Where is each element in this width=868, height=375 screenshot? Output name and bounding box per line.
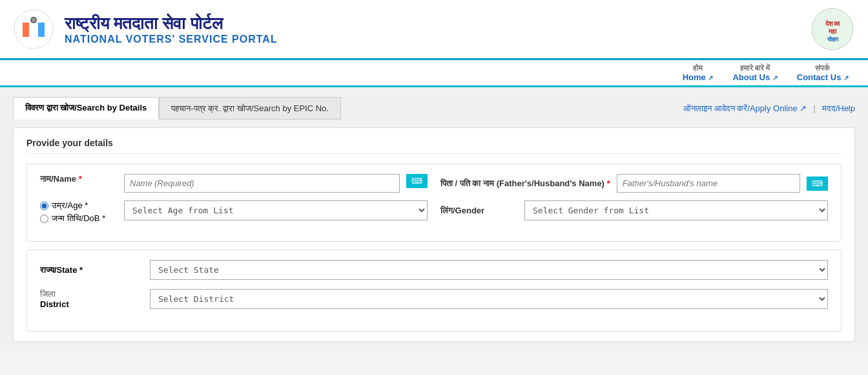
nav-contact-english: Contact Us ↗ xyxy=(797,72,849,82)
form-card: Provide your details नाम/Name * ⌨ पिता /… xyxy=(13,127,855,342)
tabs-right: ऑनलाइन आवेदन करें/Apply Online ↗ | मदद/H… xyxy=(683,103,855,114)
nav-bar: होम Home ↗ हमारे बारे में About Us ↗ संप… xyxy=(0,60,868,87)
tabs-left: विवरण द्वारा खोज/Search by Details पहचान… xyxy=(13,97,341,120)
state-label-text: राज्य/State xyxy=(40,265,77,275)
main-content: विवरण द्वारा खोज/Search by Details पहचान… xyxy=(0,87,868,352)
tabs-separator: | xyxy=(813,103,815,113)
nav-home-hindi: होम xyxy=(693,63,703,72)
district-group: जिला District Select District Lucknow Ag… xyxy=(40,289,828,309)
nav-contact[interactable]: संपर्क Contact Us ↗ xyxy=(797,63,849,82)
name-label: नाम/Name * xyxy=(40,174,118,184)
contact-ext-icon: ↗ xyxy=(843,74,849,81)
svg-text:योहार: योहार xyxy=(827,36,839,43)
form-section-2: राज्य/State * Select State Uttar Pradesh… xyxy=(26,250,842,332)
svg-text:देश का: देश का xyxy=(825,19,841,27)
age-dob-radio-group: उम्र/Age * जन्म तिथि/DoB * xyxy=(40,200,118,224)
name-label-hindi: नाम/Name xyxy=(40,174,76,184)
title-hindi: राष्ट्रीय मतदाता सेवा पोर्टल xyxy=(65,14,223,34)
age-radio-item[interactable]: उम्र/Age * xyxy=(40,200,118,211)
district-label-hindi: जिला xyxy=(40,289,143,299)
form-row-age-gender: उम्र/Age * जन्म तिथि/DoB * Select Age fr… xyxy=(40,200,828,224)
tab-search-by-epic[interactable]: पहचान-पत्र क्र. द्वारा खोज/Search by EPI… xyxy=(159,97,341,120)
district-label: जिला District xyxy=(40,289,143,309)
dob-radio-input[interactable] xyxy=(40,215,48,223)
gender-label: लिंग/Gender xyxy=(440,206,518,216)
yaha-logo-icon: देश का महा योहार xyxy=(810,6,855,52)
name-keyboard-button[interactable]: ⌨ xyxy=(406,174,428,188)
age-select[interactable]: Select Age from List 18 19 20 25 30 xyxy=(124,200,428,220)
gender-group: लिंग/Gender Select Gender from List Male… xyxy=(440,200,828,220)
father-required: * xyxy=(607,178,610,188)
svg-rect-1 xyxy=(23,23,29,37)
dob-radio-label: जन्म तिथि/DoB * xyxy=(52,213,105,224)
age-radio-required: * xyxy=(85,200,88,210)
dob-radio-required: * xyxy=(102,213,105,223)
eci-logo-icon xyxy=(13,8,55,50)
father-label: पिता / पति का नाम (Father's/Husband's Na… xyxy=(440,178,610,189)
nav-about-hindi: हमारे बारे में xyxy=(740,63,770,72)
header-logo: राष्ट्रीय मतदाता सेवा पोर्टल NATIONAL VO… xyxy=(13,8,278,50)
state-required: * xyxy=(79,265,83,275)
dob-radio-item[interactable]: जन्म तिथि/DoB * xyxy=(40,213,118,224)
form-section-1: नाम/Name * ⌨ पिता / पति का नाम (Father's… xyxy=(26,164,842,242)
nav-home-english: Home ↗ xyxy=(683,72,714,82)
svg-point-5 xyxy=(32,18,36,22)
svg-rect-3 xyxy=(38,23,45,37)
nav-contact-hindi: संपर्क xyxy=(815,63,830,72)
gender-select[interactable]: Select Gender from List Male / पुरुष Fem… xyxy=(524,200,828,220)
nav-about[interactable]: हमारे बारे में About Us ↗ xyxy=(732,63,777,82)
svg-rect-2 xyxy=(30,23,37,37)
state-select[interactable]: Select State Uttar Pradesh Maharashtra K… xyxy=(150,260,828,280)
age-radio-label: उम्र/Age * xyxy=(52,200,88,211)
tab-search-by-details[interactable]: विवरण द्वारा खोज/Search by Details xyxy=(13,97,159,120)
state-group: राज्य/State * Select State Uttar Pradesh… xyxy=(40,260,828,280)
header-title: राष्ट्रीय मतदाता सेवा पोर्टल NATIONAL VO… xyxy=(65,14,278,45)
father-input[interactable] xyxy=(617,174,800,193)
age-radio-input[interactable] xyxy=(40,202,48,210)
district-label-english: District xyxy=(40,299,69,309)
father-group: पिता / पति का नाम (Father's/Husband's Na… xyxy=(440,174,828,193)
apply-online-link[interactable]: ऑनलाइन आवेदन करें/Apply Online ↗ xyxy=(683,103,807,114)
svg-text:महा: महा xyxy=(828,28,837,35)
home-ext-icon: ↗ xyxy=(708,74,713,81)
age-group: उम्र/Age * जन्म तिथि/DoB * Select Age fr… xyxy=(40,200,428,224)
tabs-row: विवरण द्वारा खोज/Search by Details पहचान… xyxy=(13,97,855,120)
father-keyboard-button[interactable]: ⌨ xyxy=(807,177,828,191)
title-english: NATIONAL VOTERS' SERVICE PORTAL xyxy=(65,34,278,45)
header: राष्ट्रीय मतदाता सेवा पोर्टल NATIONAL VO… xyxy=(0,0,868,60)
state-label: राज्य/State * xyxy=(40,265,143,275)
name-group: नाम/Name * ⌨ xyxy=(40,174,428,193)
district-select[interactable]: Select District Lucknow Agra xyxy=(150,289,828,309)
name-required: * xyxy=(79,174,82,184)
father-label-text: पिता / पति का नाम (Father's/Husband's Na… xyxy=(440,178,604,188)
help-link[interactable]: मदद/Help xyxy=(822,103,855,114)
nav-home[interactable]: होम Home ↗ xyxy=(683,63,714,82)
name-input[interactable] xyxy=(124,174,400,193)
form-card-title: Provide your details xyxy=(26,138,842,154)
gender-label-text: लिंग/Gender xyxy=(440,206,484,215)
form-row-name: नाम/Name * ⌨ पिता / पति का नाम (Father's… xyxy=(40,174,828,193)
about-ext-icon: ↗ xyxy=(772,74,778,81)
nav-about-english: About Us ↗ xyxy=(732,72,777,82)
